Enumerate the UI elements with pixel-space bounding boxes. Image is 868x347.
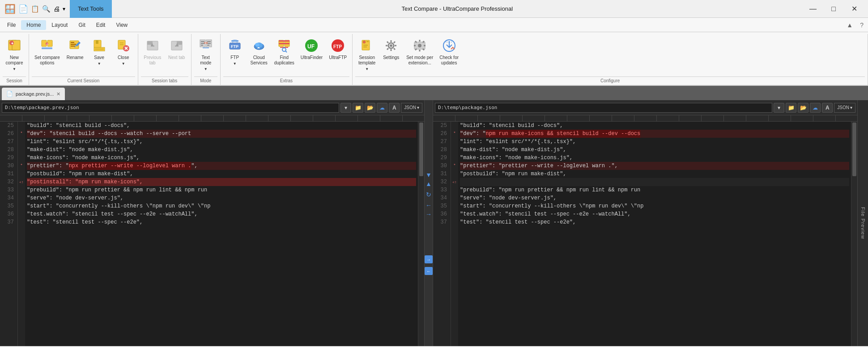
left-line-30: "prettier": "npx prettier --write --logl… — [27, 162, 416, 170]
right-open-folder-btn[interactable]: 📂 — [798, 103, 808, 113]
ftp-label: FTP — [230, 55, 239, 60]
left-ruler — [0, 115, 424, 122]
scroll-up-icon[interactable]: ▲ — [425, 180, 432, 187]
ultrafinder-button[interactable]: UF UltraFinder — [298, 36, 325, 62]
app-icon[interactable]: 🪟 — [4, 3, 17, 15]
left-open-btn[interactable]: 📁 — [353, 103, 363, 113]
svg-line-83 — [423, 49, 424, 50]
ribbon-group-current-session-label: Current Session — [32, 76, 135, 85]
ribbon-group-mode: T Textmode ▼ Mode — [191, 34, 221, 85]
left-open-folder-btn[interactable]: 📂 — [365, 103, 375, 113]
dropdown-arrow-icon[interactable]: ▾ — [62, 5, 66, 13]
arrow-right-icon[interactable]: → — [425, 211, 432, 218]
left-cloud-btn[interactable]: ☁ — [377, 103, 387, 113]
menu-file[interactable]: File — [2, 20, 21, 30]
ribbon-group-current-session: ⚙ Set compareoptions Rename — [29, 34, 138, 85]
titlebar-app-icons: 🪟 📄 📋 🔍 🖨 ▾ — [0, 3, 70, 15]
previous-tab-button[interactable]: Previoustab — [141, 36, 164, 68]
svg-point-86 — [418, 44, 421, 47]
zoom-icon[interactable]: 🔍 — [41, 4, 51, 14]
document-tab[interactable]: 📄 package.prev.js... ✕ — [2, 88, 65, 100]
right-open-btn[interactable]: 📁 — [786, 103, 796, 113]
right-line-36: "test.watch": "stencil test --spec --e2e… — [460, 210, 849, 218]
settings-button[interactable]: Settings — [379, 36, 403, 62]
left-scrollbar[interactable] — [418, 122, 424, 346]
menu-git[interactable]: Git — [73, 20, 90, 30]
left-language-badge[interactable]: JSON ▾ — [401, 103, 422, 113]
left-dropdown-btn[interactable]: ▾ — [340, 103, 351, 113]
set-mode-per-extension-button[interactable]: Set mode perextension... — [404, 36, 436, 68]
right-scrollbar[interactable] — [851, 122, 857, 346]
right-scrollbar-thumb[interactable] — [852, 123, 856, 176]
svg-line-57 — [285, 51, 287, 52]
session-template-arrow: ▼ — [365, 67, 369, 72]
ribbon-group-mode-label: Mode — [194, 76, 217, 85]
left-line-35: "start": "concurrently --kill-others \"n… — [27, 202, 416, 210]
next-tab-button[interactable]: Next tab — [165, 36, 188, 62]
right-line-37: "test": "stencil test --spec --e2e", — [460, 218, 849, 226]
right-dropdown-btn[interactable]: ▾ — [774, 103, 784, 113]
copy-icon[interactable]: 📋 — [30, 4, 40, 14]
svg-text:T: T — [205, 42, 206, 45]
svg-line-76 — [387, 48, 388, 50]
ribbon-collapse-icon[interactable]: ▲ — [844, 21, 855, 30]
ftp-button[interactable]: FTP FTP ▼ — [223, 36, 247, 68]
svg-rect-12 — [71, 46, 75, 47]
cloud-services-button[interactable]: ☁ CloudServices — [247, 36, 271, 68]
menu-edit[interactable]: Edit — [91, 20, 111, 30]
menu-view[interactable]: View — [111, 20, 133, 30]
save-arrow: ▼ — [98, 62, 101, 66]
diff-navigate-right[interactable]: → — [425, 255, 433, 263]
right-code-content[interactable]: "build": "stencil build --docs", "dev": … — [458, 122, 851, 346]
text-tools-tab[interactable]: Text Tools — [70, 0, 112, 18]
right-ruler-inner — [433, 115, 857, 121]
left-code-content[interactable]: "build": "stencil build --docs", "dev": … — [25, 122, 418, 346]
ultraftp-button[interactable]: FTP UltraFTP — [326, 36, 349, 62]
svg-rect-53 — [279, 40, 289, 42]
check-for-updates-button[interactable]: Check forupdates — [437, 36, 461, 68]
close-button[interactable]: ✕ — [844, 2, 864, 16]
svg-point-68 — [390, 44, 392, 47]
tab-bar: 📄 package.prev.js... ✕ — [0, 86, 868, 100]
print-icon[interactable]: 🖨 — [52, 4, 61, 13]
diff-navigate-left[interactable]: ← — [425, 267, 433, 275]
right-line-34: "serve": "node dev-server.js", — [460, 194, 849, 202]
set-compare-options-button[interactable]: ⚙ Set compareoptions — [32, 36, 63, 68]
right-language-badge[interactable]: JSON ▾ — [834, 103, 855, 113]
save-icon — [91, 38, 107, 54]
right-cloud-btn[interactable]: ☁ — [810, 103, 821, 113]
svg-point-63 — [363, 41, 366, 43]
text-mode-button[interactable]: T Textmode ▼ — [194, 36, 217, 73]
minimize-button[interactable]: — — [803, 2, 823, 16]
menu-home[interactable]: Home — [21, 20, 46, 30]
left-scrollbar-thumb[interactable] — [419, 123, 423, 176]
tab-close-button[interactable]: ✕ — [56, 91, 60, 97]
left-font-btn[interactable]: A — [389, 103, 400, 113]
left-line-25: "build": "stencil build --docs", — [27, 122, 416, 130]
new-compare-button[interactable]: ✦ New compare ▼ — [3, 36, 26, 73]
close-session-button[interactable]: Close ▼ — [112, 36, 135, 68]
file-preview-label: File Preview — [860, 207, 866, 239]
menu-layout[interactable]: Layout — [46, 20, 73, 30]
right-language-label: JSON — [837, 105, 849, 110]
right-line-28: "make-dist": "node make-dist.js", — [460, 146, 849, 154]
right-font-btn[interactable]: A — [822, 103, 833, 113]
svg-rect-54 — [279, 43, 289, 44]
sync-icon[interactable]: ↻ — [426, 191, 431, 198]
right-code-lines: 2526272829 3031323334 353637 * * <! — [433, 122, 857, 346]
find-duplicates-button[interactable]: Findduplicates — [272, 36, 297, 68]
right-line-33: "prebuild": "npm run prettier && npm run… — [460, 186, 849, 194]
arrow-left-icon[interactable]: ← — [425, 202, 432, 209]
help-icon[interactable]: ? — [857, 21, 866, 30]
previous-tab-icon — [145, 38, 161, 54]
new-file-icon[interactable]: 📄 — [17, 3, 29, 15]
rename-button[interactable]: Rename — [64, 36, 87, 62]
scroll-down-icon[interactable]: ▼ — [425, 171, 432, 178]
left-path-input[interactable] — [2, 103, 339, 113]
session-template-button[interactable]: Sessiontemplate ▼ — [355, 36, 379, 73]
right-path-input[interactable] — [435, 103, 772, 113]
save-button[interactable]: Save ▼ — [88, 36, 111, 68]
maximize-button[interactable]: □ — [823, 2, 844, 16]
check-for-updates-icon — [441, 38, 457, 54]
left-lang-arrow: ▾ — [417, 105, 419, 110]
